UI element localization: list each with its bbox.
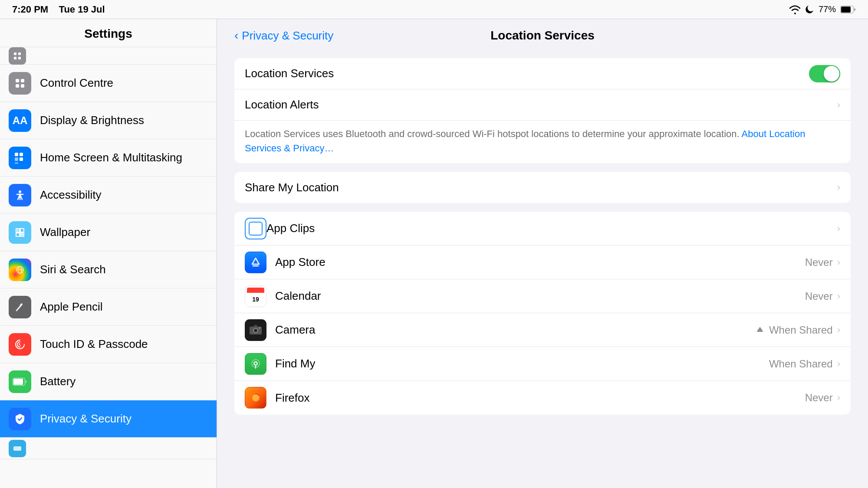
app-item-firefox[interactable]: Firefox Never › <box>234 381 851 415</box>
app-clips-icon <box>245 218 266 239</box>
next-icon <box>9 440 26 457</box>
back-button[interactable]: ‹ Privacy & Security <box>234 29 333 43</box>
wallpaper-icon <box>9 221 31 244</box>
back-chevron-icon: ‹ <box>234 29 238 43</box>
moon-icon <box>806 5 814 14</box>
display-brightness-icon: AA <box>9 109 31 132</box>
sidebar-item-control-centre[interactable]: Control Centre <box>0 65 217 102</box>
svg-rect-12 <box>15 157 18 161</box>
share-my-location-label: Share My Location <box>245 181 837 194</box>
svg-rect-9 <box>21 84 24 88</box>
calendar-icon: 19 <box>245 285 266 307</box>
touch-id-icon <box>9 333 31 356</box>
accessibility-icon <box>9 184 31 206</box>
app-item-camera[interactable]: Camera When Shared › <box>234 313 851 347</box>
svg-rect-4 <box>14 57 16 59</box>
firefox-permission: Never <box>805 392 833 404</box>
camera-name: Camera <box>275 323 756 337</box>
find-my-icon <box>245 353 266 375</box>
status-time: 7:20 PM <box>12 4 48 15</box>
svg-point-38 <box>255 362 257 364</box>
app-store-icon <box>245 252 266 273</box>
app-store-permission: Never <box>805 256 833 269</box>
sidebar-item-home-screen[interactable]: Home Screen & Multitasking <box>0 139 217 177</box>
main-layout: Settings <box>0 19 868 488</box>
status-time-date: 7:20 PM Tue 19 Jul <box>12 4 105 15</box>
location-alerts-chevron: › <box>837 99 840 111</box>
sidebar-item-privacy-security[interactable]: Privacy & Security <box>0 400 217 438</box>
sidebar-item-partial[interactable] <box>0 47 217 65</box>
svg-rect-23 <box>13 446 21 451</box>
svg-rect-22 <box>13 379 23 385</box>
calendar-name: Calendar <box>275 289 805 303</box>
svg-rect-10 <box>15 153 18 156</box>
sidebar-item-battery[interactable]: Battery <box>0 363 217 400</box>
location-alerts-row[interactable]: Location Alerts › <box>234 89 851 121</box>
sidebar-item-apple-pencil[interactable]: Apple Pencil <box>0 288 217 326</box>
wallpaper-label: Wallpaper <box>40 226 90 239</box>
privacy-security-label: Privacy & Security <box>40 412 132 426</box>
partial-icon <box>9 47 26 65</box>
svg-rect-8 <box>16 84 19 88</box>
app-item-app-store[interactable]: App Store Never › <box>234 246 851 279</box>
battery-label: Battery <box>40 375 76 388</box>
find-my-name: Find My <box>275 357 769 370</box>
apple-pencil-icon <box>9 296 31 318</box>
firefox-icon <box>245 387 266 409</box>
camera-chevron: › <box>837 324 840 336</box>
app-item-app-clips[interactable]: App Clips › <box>234 212 851 246</box>
app-clips-name: App Clips <box>266 222 837 235</box>
display-brightness-label: Display & Brightness <box>40 114 144 127</box>
sidebar-item-accessibility[interactable]: Accessibility <box>0 177 217 214</box>
location-services-toggle[interactable] <box>809 65 840 82</box>
svg-rect-6 <box>16 79 19 82</box>
back-label: Privacy & Security <box>242 29 333 43</box>
location-description: Location Services uses Bluetooth and cro… <box>234 121 851 163</box>
sidebar-list: Control Centre AA Display & Brightness <box>0 47 217 488</box>
app-item-find-my[interactable]: Find My When Shared › <box>234 347 851 381</box>
svg-point-15 <box>19 190 21 193</box>
sidebar-title: Settings <box>0 19 217 47</box>
content-header: ‹ Privacy & Security Location Services <box>217 19 868 49</box>
sidebar-item-siri-search[interactable]: Siri & Search <box>0 251 217 288</box>
svg-text:19: 19 <box>252 296 259 303</box>
privacy-security-icon <box>9 408 31 430</box>
sidebar-item-display-brightness[interactable]: AA Display & Brightness <box>0 102 217 139</box>
content-area: ‹ Privacy & Security Location Services L… <box>217 19 868 488</box>
camera-icon <box>245 319 266 341</box>
share-my-location-row[interactable]: Share My Location › <box>234 172 851 203</box>
home-screen-icon <box>9 147 31 169</box>
status-date: Tue 19 Jul <box>59 4 105 15</box>
location-services-row[interactable]: Location Services <box>234 58 851 89</box>
calendar-chevron: › <box>837 291 840 302</box>
app-store-name: App Store <box>275 255 805 269</box>
sidebar-item-wallpaper[interactable]: Wallpaper <box>0 214 217 251</box>
control-centre-icon <box>9 72 31 95</box>
camera-permission: When Shared <box>756 324 833 336</box>
toggle-knob <box>824 66 839 82</box>
battery-level: 77% <box>819 4 836 14</box>
find-my-chevron: › <box>837 358 840 370</box>
touch-id-label: Touch ID & Passcode <box>40 337 148 351</box>
svg-rect-7 <box>21 79 24 82</box>
battery-icon <box>840 6 856 13</box>
calendar-permission: Never <box>805 290 833 302</box>
home-screen-label: Home Screen & Multitasking <box>40 151 182 164</box>
location-services-card: Location Services Location Alerts › Loca… <box>234 58 851 163</box>
content-title: Location Services <box>490 29 595 43</box>
svg-rect-1 <box>841 7 851 13</box>
sidebar-item-next[interactable] <box>0 438 217 459</box>
share-location-chevron: › <box>837 182 840 193</box>
svg-rect-11 <box>20 153 23 156</box>
svg-rect-5 <box>18 57 21 59</box>
find-my-permission: When Shared <box>769 358 833 370</box>
app-list-card: App Clips › App Store Never › <box>234 212 851 415</box>
app-item-calendar[interactable]: 19 Calendar Never › <box>234 279 851 313</box>
svg-rect-13 <box>20 157 23 161</box>
sidebar-item-touch-id[interactable]: Touch ID & Passcode <box>0 326 217 363</box>
svg-point-16 <box>17 229 19 231</box>
wifi-icon <box>789 5 801 14</box>
share-location-card: Share My Location › <box>234 172 851 203</box>
firefox-name: Firefox <box>275 391 805 405</box>
svg-rect-26 <box>247 291 264 293</box>
